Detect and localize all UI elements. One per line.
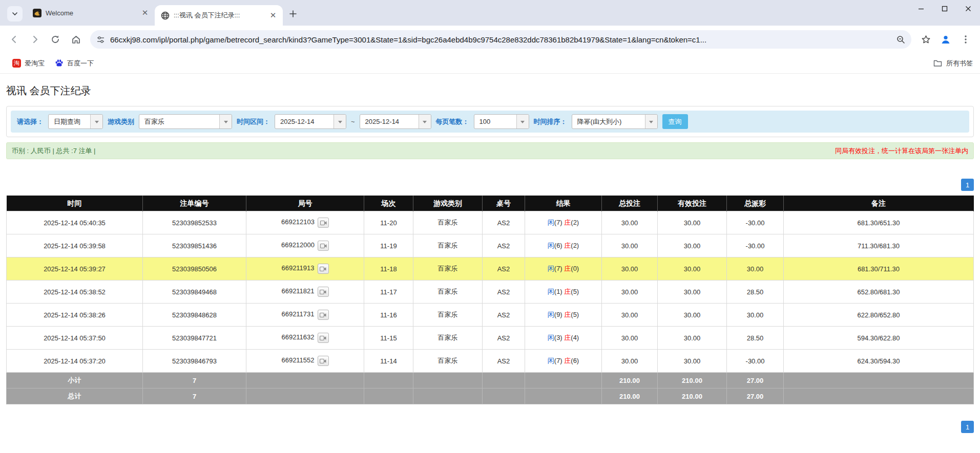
- cell-payout: -30.00: [727, 234, 784, 257]
- total-row: 总计 7 210.00 210.00 27.00: [7, 389, 974, 404]
- close-window-button[interactable]: [956, 0, 980, 17]
- date-from-select[interactable]: 2025-12-14: [275, 114, 346, 129]
- site-settings-icon[interactable]: [96, 35, 105, 44]
- address-bar[interactable]: 66cxkj98.com/ipl/portal.php/game/betreco…: [90, 30, 911, 49]
- bookmark-star-icon[interactable]: [916, 30, 935, 49]
- query-type-select[interactable]: 日期查询: [48, 114, 103, 129]
- filter-panel: 请选择： 日期查询 游戏类别 百家乐 时间区间： 2025-12-14 ~ 20…: [6, 106, 974, 137]
- bookmark-label: 爱淘宝: [25, 59, 45, 68]
- cell-valid-bet: 30.00: [658, 327, 727, 350]
- round-number: 669211821: [281, 287, 314, 295]
- welcome-favicon-icon: [33, 9, 41, 17]
- note-text: 同局有效投注，统一计算在该局第一张注单内: [835, 146, 968, 156]
- search-button[interactable]: 查询: [662, 114, 688, 129]
- new-tab-button[interactable]: [286, 7, 300, 21]
- table-row[interactable]: 2025-12-14 05:40:35 523039852533 6692121…: [7, 211, 974, 234]
- col-result: 结果: [525, 196, 602, 211]
- cell-total-bet[interactable]: 30.00: [602, 257, 658, 281]
- cell-valid-bet: 30.00: [658, 304, 727, 327]
- total-valid-bet: 210.00: [658, 389, 727, 404]
- cell-time: 2025-12-14 05:37:20: [7, 350, 143, 373]
- pagination-bottom: 1: [6, 421, 974, 433]
- replay-video-icon[interactable]: [318, 241, 329, 251]
- cell-session: 11-14: [364, 350, 413, 373]
- browser-menu-icon[interactable]: [956, 30, 975, 49]
- subtotal-valid-bet: 210.00: [658, 373, 727, 389]
- cell-total-bet[interactable]: 30.00: [602, 281, 658, 304]
- tab-search-chevron-button[interactable]: [7, 6, 23, 21]
- cell-payout: 28.50: [727, 281, 784, 304]
- forward-button[interactable]: [26, 30, 44, 49]
- profile-avatar[interactable]: [937, 31, 954, 48]
- cell-round: 669211552: [246, 350, 364, 373]
- cell-session: 11-18: [364, 257, 413, 281]
- replay-video-icon[interactable]: [318, 287, 329, 297]
- tab-close-icon[interactable]: ✕: [140, 8, 150, 17]
- cell-round: 669212000: [246, 234, 364, 257]
- back-button[interactable]: [5, 30, 24, 49]
- cell-valid-bet: 30.00: [658, 211, 727, 234]
- col-valid-bet: 有效投注: [658, 196, 727, 211]
- date-to-select[interactable]: 2025-12-14: [360, 114, 431, 129]
- chevron-down-icon[interactable]: [219, 115, 232, 128]
- replay-video-icon[interactable]: [318, 264, 329, 274]
- minimize-button[interactable]: [909, 0, 933, 17]
- cell-bet-id: 523039851436: [143, 234, 246, 257]
- cell-total-bet[interactable]: 30.00: [602, 304, 658, 327]
- replay-video-icon[interactable]: [318, 356, 329, 366]
- game-type-select[interactable]: 百家乐: [139, 114, 232, 129]
- col-session: 场次: [364, 196, 413, 211]
- home-button[interactable]: [67, 30, 85, 49]
- cell-payout: 30.00: [727, 257, 784, 281]
- tab-title: :::视讯 会员下注纪录:::: [174, 11, 264, 20]
- round-number: 669211731: [281, 310, 314, 318]
- table-header-row: 时间 注单编号 局号 场次 游戏类别 桌号 结果 总投注 有效投注 总派彩 备注: [7, 196, 974, 211]
- zoom-icon[interactable]: [896, 35, 905, 44]
- cell-total-bet[interactable]: 30.00: [602, 327, 658, 350]
- cell-session: 11-17: [364, 281, 413, 304]
- replay-video-icon[interactable]: [318, 310, 329, 320]
- reload-button[interactable]: [46, 30, 65, 49]
- cell-payout: 28.50: [727, 327, 784, 350]
- summary-bar: 币别 : 人民币 | 总共 :7 注单 | 同局有效投注，统一计算在该局第一张注…: [6, 142, 974, 159]
- game-type-label: 游戏类别: [108, 117, 134, 126]
- chevron-down-icon[interactable]: [90, 115, 102, 128]
- tab-welcome[interactable]: Welcome ✕: [27, 3, 155, 23]
- cell-valid-bet: 30.00: [658, 234, 727, 257]
- chevron-down-icon[interactable]: [645, 115, 657, 128]
- sort-select[interactable]: 降幂(由大到小): [572, 114, 658, 129]
- table-row[interactable]: 2025-12-14 05:37:20 523039846793 6692115…: [7, 350, 974, 373]
- table-row[interactable]: 2025-12-14 05:37:50 523039847721 6692116…: [7, 327, 974, 350]
- page-number-button[interactable]: 1: [961, 421, 974, 433]
- cell-game: 百家乐: [413, 257, 483, 281]
- col-game: 游戏类别: [413, 196, 483, 211]
- maximize-button[interactable]: [933, 0, 956, 17]
- chevron-down-icon[interactable]: [419, 115, 431, 128]
- page-number-button[interactable]: 1: [961, 179, 974, 191]
- cell-total-bet[interactable]: 30.00: [602, 234, 658, 257]
- bookmark-baidu[interactable]: 百度一下: [50, 56, 99, 71]
- replay-video-icon[interactable]: [318, 333, 329, 343]
- bookmark-taobao[interactable]: 淘 爱淘宝: [7, 56, 50, 71]
- url-text[interactable]: 66cxkj98.com/ipl/portal.php/game/betreco…: [110, 35, 891, 44]
- page-size-input[interactable]: 100: [474, 114, 529, 129]
- cell-total-bet[interactable]: 30.00: [602, 211, 658, 234]
- table-row[interactable]: 2025-12-14 05:38:26 523039848628 6692117…: [7, 304, 974, 327]
- cell-total-bet[interactable]: 30.00: [602, 350, 658, 373]
- tab-close-icon[interactable]: ✕: [268, 11, 278, 20]
- tab-betrecord[interactable]: :::视讯 会员下注纪录::: ✕: [155, 5, 283, 26]
- cell-remark: 624.30/594.30: [784, 350, 974, 373]
- chevron-down-icon[interactable]: [516, 115, 529, 128]
- page-content: 视讯 会员下注纪录 请选择： 日期查询 游戏类别 百家乐 时间区间： 2025-…: [0, 84, 980, 433]
- table-row[interactable]: 2025-12-14 05:39:27 523039850506 6692119…: [7, 257, 974, 281]
- all-bookmarks-button[interactable]: 所有书签: [933, 59, 973, 68]
- cell-payout: -30.00: [727, 211, 784, 234]
- cell-game: 百家乐: [413, 327, 483, 350]
- round-number: 669212103: [281, 218, 315, 226]
- replay-video-icon[interactable]: [318, 218, 329, 228]
- table-row[interactable]: 2025-12-14 05:38:52 523039849468 6692118…: [7, 281, 974, 304]
- table-row[interactable]: 2025-12-14 05:39:58 523039851436 6692120…: [7, 234, 974, 257]
- cell-game: 百家乐: [413, 304, 483, 327]
- chevron-down-icon[interactable]: [333, 115, 346, 128]
- col-total-bet: 总投注: [602, 196, 658, 211]
